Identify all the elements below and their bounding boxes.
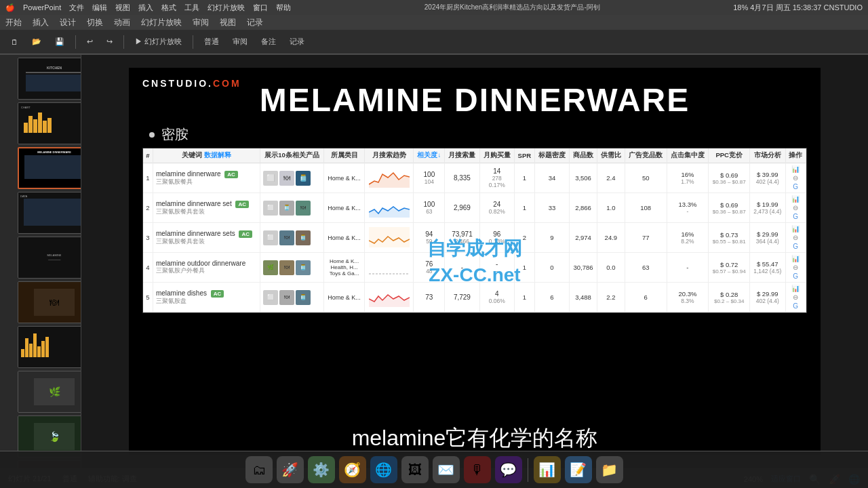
ppt-menu-bar[interactable]: 开始 插入 设计 切换 动画 幻灯片放映 审阅 视图 记录 xyxy=(0,15,868,30)
toolbar-sep-3 xyxy=(193,35,193,49)
row4-search-vol: - xyxy=(445,253,479,283)
row4-products[interactable]: 🌿 🍽 🫙 xyxy=(260,253,324,283)
menu-slideshow[interactable]: 幻灯片放映 xyxy=(208,3,245,13)
menu-powerpoint[interactable]: PowerPoint xyxy=(23,3,61,12)
ppt-tab-insert[interactable]: 插入 xyxy=(33,17,49,28)
slide-main: CNSTUDIO.COM MELAMINE DINNERWARE 密胺 # 关键… xyxy=(129,68,821,455)
menu-view[interactable]: 视图 xyxy=(115,3,130,13)
row4-spr: 1 xyxy=(514,253,534,283)
slide-thumb-24[interactable]: 🍽 xyxy=(18,281,81,323)
th-relevance[interactable]: 相关度↓ xyxy=(414,148,445,163)
apple-icon[interactable]: 🍎 xyxy=(5,3,15,12)
row3-title-density: 9 xyxy=(534,223,569,253)
dock-record[interactable]: 🎙 xyxy=(464,456,491,483)
th-num: # xyxy=(143,148,153,163)
th-ppc: PPC竞价 xyxy=(709,148,750,163)
dock-settings[interactable]: ⚙️ xyxy=(308,456,335,483)
slide-thumb-22[interactable]: DATA xyxy=(18,192,81,234)
dock-finder[interactable]: 🗂 xyxy=(245,456,273,483)
toolbar-redo[interactable]: ↪ xyxy=(101,35,118,48)
slide-panel[interactable]: 19 KITCHEN 20 CHART xyxy=(0,55,81,468)
row1-action[interactable]: 📊 ⊖ G xyxy=(785,163,806,193)
row2-action[interactable]: 📊 ⊖ G xyxy=(785,193,806,223)
row1-products[interactable]: ⬜ 🍽 🫙 xyxy=(260,163,324,193)
slide-thumb-26[interactable]: 🌿 xyxy=(18,371,81,413)
ppt-tab-view[interactable]: 视图 xyxy=(220,17,236,28)
ppt-tab-slideshow[interactable]: 幻灯片放映 xyxy=(141,17,182,28)
menu-help[interactable]: 帮助 xyxy=(276,3,291,13)
dock-safari[interactable]: 🧭 xyxy=(339,456,366,483)
row1-trend xyxy=(365,163,414,193)
slide-thumb-21[interactable]: MELAMINE DINNERWARE xyxy=(18,147,81,189)
row3-search-vol: 73,9712,466 xyxy=(445,223,479,253)
row3-num: 3 xyxy=(143,223,153,253)
row1-ad: 50 xyxy=(625,163,667,193)
slide-thumb-19[interactable]: KITCHEN xyxy=(18,58,81,100)
dock-mail[interactable]: ✉️ xyxy=(433,456,460,483)
row2-buy-vol: 240.82% xyxy=(479,193,514,223)
ppt-ribbon: 开始 插入 设计 切换 动画 幻灯片放映 审阅 视图 记录 🗒 📂 💾 ↩ ↪ … xyxy=(0,15,868,55)
menu-edit[interactable]: 编辑 xyxy=(92,3,107,13)
slide-thumb-19-wrapper: 19 KITCHEN xyxy=(3,58,78,100)
toolbar-undo[interactable]: ↩ xyxy=(81,35,98,48)
dock-preview[interactable]: 🖼 xyxy=(401,456,429,483)
dock-ppt[interactable]: 📊 xyxy=(534,456,561,483)
row3-relevance: 9459 xyxy=(414,223,445,253)
row4-products-count: 30,786 xyxy=(570,253,597,283)
dock-finder2[interactable]: 📁 xyxy=(596,456,623,483)
slide-thumb-25-wrapper: 25 xyxy=(3,326,78,368)
th-related[interactable]: 展示10条相关产品 xyxy=(260,148,324,163)
dock-word[interactable]: 📝 xyxy=(565,456,592,483)
slide-thumb-21-wrapper: 21 MELAMINE DINNERWARE xyxy=(3,147,78,189)
row5-products[interactable]: ⬜ 🍽 🫙 xyxy=(260,283,324,312)
slide-thumb-23[interactable]: MELAMINE ━━━━━━━━━ xyxy=(18,237,81,279)
row5-num: 5 xyxy=(143,283,153,312)
ppt-tab-animation[interactable]: 动画 xyxy=(114,17,130,28)
toolbar-normal[interactable]: 普通 xyxy=(199,35,224,49)
menu-file[interactable]: 文件 xyxy=(69,3,84,13)
table-row: 5 melamine dishes AC 三聚氰胺盘 ⬜ 🍽 🫙 xyxy=(143,283,806,312)
row3-action[interactable]: 📊 ⊖ G xyxy=(785,223,806,253)
ppt-tab-start[interactable]: 开始 xyxy=(5,17,22,28)
slide-thumb-20-wrapper: 20 CHART xyxy=(3,102,78,144)
table-row: 4 melamine outdoor dinnerware 三聚氰胺户外餐具 🌿… xyxy=(143,253,806,283)
row4-category: Home & K... Health, H... Toys & Ga... xyxy=(323,253,364,283)
dock-launchpad[interactable]: 🚀 xyxy=(277,456,304,483)
ppt-filename: 2024年厨房Kitchen高利润率精选品方向以及发货产品-阿钊 xyxy=(425,3,600,12)
toolbar-slideshow-btn[interactable]: ▶ 幻灯片放映 xyxy=(130,35,187,49)
row2-products[interactable]: ⬜ 🫙 🍽 xyxy=(260,193,324,223)
mac-menu[interactable]: 🍎 PowerPoint 文件 编辑 视图 插入 格式 工具 幻灯片放映 窗口 … xyxy=(5,3,291,13)
slide-thumb-25[interactable] xyxy=(18,326,81,368)
ppt-tab-design[interactable]: 设计 xyxy=(60,17,76,28)
ppt-tab-review[interactable]: 审阅 xyxy=(193,17,209,28)
menu-insert[interactable]: 插入 xyxy=(138,3,153,13)
row5-action[interactable]: 📊 ⊖ G xyxy=(785,283,806,312)
row3-products[interactable]: ⬜ 🍽 🫙 xyxy=(260,223,324,253)
th-action: 操作 xyxy=(785,148,806,163)
row4-action[interactable]: 📊 ⊖ G xyxy=(785,253,806,283)
toolbar-open[interactable]: 📂 xyxy=(26,35,47,48)
row1-relevance: 100104 xyxy=(414,163,445,193)
th-spr: SPR xyxy=(514,148,534,163)
slide-thumb-20[interactable]: CHART xyxy=(18,102,81,144)
row4-supply: 0.0 xyxy=(597,253,625,283)
slide-logo-com: COM xyxy=(213,78,241,89)
th-keyword[interactable]: 关键词 数据解释 xyxy=(153,148,260,163)
toolbar-save[interactable]: 💾 xyxy=(50,35,70,48)
row5-trend xyxy=(365,283,414,312)
menu-format[interactable]: 格式 xyxy=(161,3,176,13)
ppt-toolbar[interactable]: 🗒 📂 💾 ↩ ↪ ▶ 幻灯片放映 普通 审阅 备注 记录 xyxy=(0,30,868,54)
dock-chrome-dock[interactable]: 🌐 xyxy=(370,456,397,483)
row4-ppc: $ 0.72$0.57 – $0.94 xyxy=(709,253,750,283)
menu-window[interactable]: 窗口 xyxy=(253,3,268,13)
menu-tools[interactable]: 工具 xyxy=(184,3,199,13)
toolbar-new[interactable]: 🗒 xyxy=(5,36,24,48)
ppt-tab-transition[interactable]: 切换 xyxy=(87,17,103,28)
toolbar-notes[interactable]: 备注 xyxy=(256,35,281,49)
toolbar-record[interactable]: 记录 xyxy=(284,35,310,49)
row3-ad: 77 xyxy=(625,223,667,253)
dock-sep xyxy=(528,458,528,482)
toolbar-outline[interactable]: 审阅 xyxy=(227,35,253,49)
ppt-tab-record[interactable]: 记录 xyxy=(247,17,263,28)
dock-messages[interactable]: 💬 xyxy=(495,456,522,483)
